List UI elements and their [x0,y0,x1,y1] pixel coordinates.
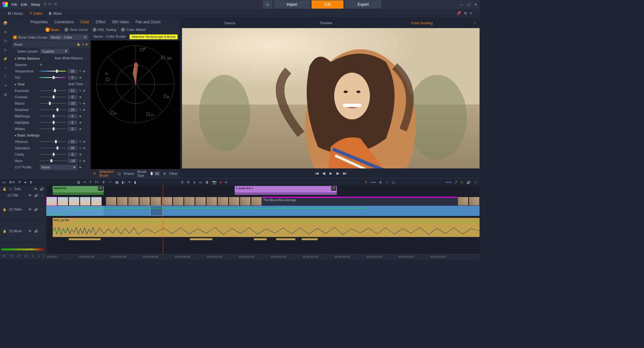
keyframe-icon[interactable]: ◆ [79,76,81,79]
speaker-icon[interactable]: 🔊 [34,194,38,197]
enable-dot-icon[interactable]: ● [82,43,84,46]
folder-icon[interactable]: 🗀 [3,38,8,43]
highlights-value[interactable]: 0 [68,121,77,125]
tl-expand-icon[interactable]: ⤢ [474,180,477,184]
whites-value[interactable]: 0 [68,127,77,131]
music-segment[interactable] [276,238,295,240]
keyframe-icon[interactable]: ◆ [83,146,85,150]
lock-icon[interactable]: 🔒 [3,208,6,211]
subtab-properties[interactable]: Properties [30,20,48,24]
video-thumb[interactable] [150,197,161,206]
tab-library[interactable]: ▤ Library [8,11,23,15]
keyframe-icon[interactable]: ◆ [83,102,85,105]
video-thumb[interactable] [162,197,172,206]
collapse-icon[interactable]: ▾ [15,57,16,60]
video-thumb[interactable] [173,197,184,206]
eye-icon[interactable]: 👁 [28,208,32,211]
lock-icon[interactable]: 🔒 [3,229,6,233]
preset-dropdown[interactable]: Custom▾ [40,48,69,54]
eye-icon[interactable]: 👁 [28,229,32,233]
maximize-icon[interactable]: ▢ [467,3,470,7]
tl-mark-in-icon[interactable]: ⤋ [181,180,184,184]
keyframe-icon[interactable]: ◆ [83,140,85,143]
speaker-icon[interactable]: 🔊 [34,229,38,233]
video-clip-name[interactable]: The-Sky-is-the-Limit.mpg [262,197,457,206]
menu-edit[interactable]: Edit [21,3,27,6]
piano-icon[interactable]: ▥ [3,92,8,97]
viewer-tab-colorgrading[interactable]: Color Grading [374,19,470,28]
tint-value[interactable]: 0 [68,76,77,80]
video-thumb[interactable] [184,197,195,206]
brush-size-value[interactable]: 10 [154,172,160,176]
video-thumb[interactable] [80,197,91,206]
keyframe-icon[interactable]: ◆ [83,159,85,162]
video-thumb[interactable] [251,197,262,206]
keyframe-icon[interactable]: ◆ [79,166,81,169]
speaker-icon[interactable]: 🔊 [40,187,44,191]
exposure-value[interactable]: 11 [68,89,77,93]
saturation-value[interactable]: 28 [68,146,77,150]
music-segment[interactable] [190,238,212,240]
pin-icon[interactable]: 📌 [457,11,461,15]
lock-icon[interactable]: 🔒 [77,43,80,46]
preview-viewer[interactable] [182,28,480,168]
text-icon[interactable]: T [3,74,8,79]
viewer-tab-timeline[interactable]: Timeline [278,19,374,28]
tl-link-icon[interactable]: ⟷ [446,180,451,184]
tab-editor[interactable]: ✎ Editor [29,11,43,15]
tl-gear-icon[interactable]: ⚙✳ [9,180,15,184]
auto-tone-check[interactable]: ▢ [84,82,87,86]
tl-arrow2-icon[interactable]: ↗ [454,180,457,184]
bolt-icon[interactable]: ⚡ [3,56,8,61]
video-thumb[interactable] [69,197,80,206]
keyframe-icon[interactable]: ◆ [83,70,85,73]
menu-file[interactable]: File [11,3,17,6]
shadows-value[interactable]: 25 [68,108,77,112]
tl-t-icon[interactable]: T [89,180,92,184]
edit-button[interactable]: Edit [311,0,344,9]
go-end-icon[interactable]: ▶| [343,171,347,175]
expand-icon[interactable]: ⤢ [470,19,480,28]
bin-icon[interactable]: 📦 [3,20,8,26]
lock-icon[interactable]: 🔒 [3,187,6,191]
playhead[interactable] [163,186,163,254]
tl-cam-icon[interactable]: ▭ [199,180,202,184]
play-icon[interactable]: ▶ [330,171,332,175]
eyedropper-icon[interactable]: ✎ [40,63,87,67]
reset-icon[interactable]: ↻ [79,108,82,111]
viewer-tab-source[interactable]: Source [182,19,278,28]
go-start-icon[interactable]: |◀ [315,171,318,175]
tl-bars-icon[interactable]: ▥ [77,180,80,184]
timeline-ruler[interactable]: -60-22-16-10-6-30 0:00.00 00:00:02.00 00… [0,254,480,259]
video-thumb[interactable] [128,197,139,206]
redo-icon[interactable]: ↷ [54,3,57,7]
colortab-hsltuning[interactable]: 3HSL Tuning [92,27,116,32]
title-audio-2[interactable] [235,192,337,195]
tl-snap3-icon[interactable]: ↔ [385,180,389,184]
export-button[interactable]: Export [345,0,382,9]
tl-chain-icon[interactable]: ⚭ [128,180,131,184]
tl-frame-icon[interactable]: ▮ [134,180,136,184]
tl-mic-icon[interactable]: 🎙 [102,180,105,184]
menu-setup[interactable]: Setup [31,3,40,6]
auto-tone-button[interactable]: Auto Tone [68,82,83,86]
keyframe-icon[interactable]: ◆ [79,95,81,99]
colortab-basic[interactable]: 1Basic [45,27,60,32]
tl-lens-icon[interactable]: ◐ [122,180,125,184]
video-thumb[interactable] [458,197,468,206]
title-clip-1[interactable]: BlankTitle▭ [53,186,104,192]
subtab-corrections[interactable]: Corrections [54,20,74,24]
reset-icon[interactable]: ↻ [79,140,82,143]
lut-dropdown[interactable]: None▾ [40,165,77,170]
tl-split-icon[interactable]: ⤩ [193,180,196,184]
tl-snap2-icon[interactable]: ⊕ [379,180,382,184]
step-back-icon[interactable]: ◀| [322,171,326,175]
keyframe-icon[interactable]: ◆ [79,153,81,156]
keyframe-icon[interactable]: ◆ [83,89,85,92]
video-thumb[interactable] [46,197,57,206]
video-thumb[interactable] [91,197,102,206]
tl-icon[interactable]: ▭ [3,180,6,184]
music-clip[interactable]: bmx_ya-ha! [53,218,480,237]
eye-icon[interactable]: 👁 [28,194,32,197]
subtab-effect[interactable]: Effect [96,20,105,24]
